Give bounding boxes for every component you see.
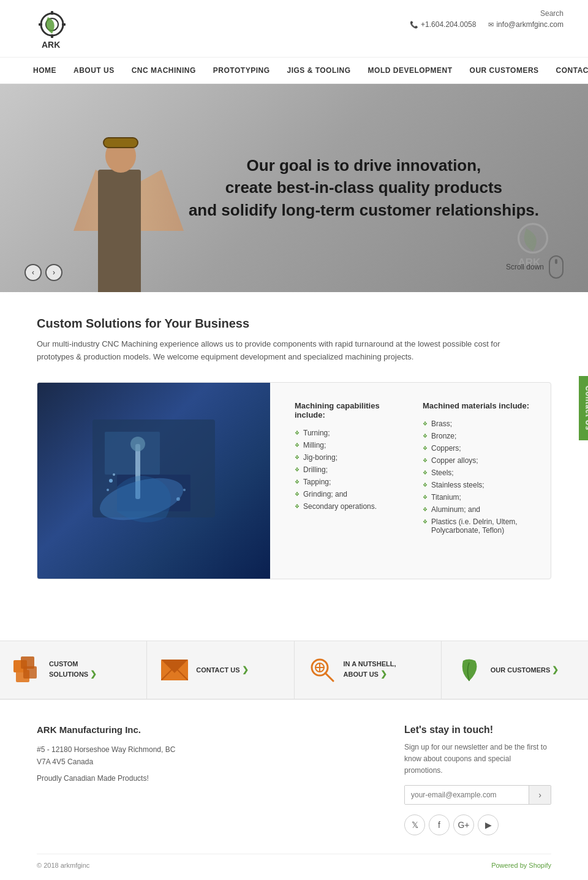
tile-label: IN A NUTSHELL,ABOUT US ❯ bbox=[344, 660, 396, 680]
section-title: Custom Solutions for Your Business bbox=[37, 317, 551, 331]
footer-right: Let's stay in touch! Sign up for our new… bbox=[404, 724, 551, 836]
footer: ARK Manufacturing Inc. #5 - 12180 Horses… bbox=[0, 699, 588, 880]
svg-rect-23 bbox=[23, 666, 37, 679]
machining-capabilities: Machining capabilities include: Turning;… bbox=[295, 401, 410, 560]
tile-label: OUR CUSTOMERS ❯ bbox=[491, 664, 559, 675]
main-nav: HOME ABOUT US CNC MACHINING PROTOTYPING … bbox=[0, 57, 588, 84]
svg-point-18 bbox=[176, 497, 180, 501]
machining-list: Turning; Milling; Jig-boring; Drilling; … bbox=[295, 427, 410, 513]
nav-about[interactable]: ABOUT US bbox=[65, 58, 123, 83]
svg-point-17 bbox=[113, 473, 115, 476]
list-item: Milling; bbox=[295, 439, 410, 451]
list-item: Turning; bbox=[295, 427, 410, 439]
tile-arrow: ❯ bbox=[380, 669, 387, 679]
youtube-button[interactable]: ▶ bbox=[478, 814, 499, 835]
tile-label: CONTACT US ❯ bbox=[196, 664, 248, 675]
materials-list: Brass; Bronze; Coppers; Copper alloys; S… bbox=[423, 418, 538, 536]
svg-rect-4 bbox=[39, 23, 42, 26]
tile-arrow: ❯ bbox=[552, 665, 559, 674]
contact-info-header: Search 📞 +1.604.204.0058 ✉ info@arkmfgin… bbox=[410, 6, 564, 29]
capabilities-section: Machining capabilities include: Turning;… bbox=[37, 382, 551, 579]
nav-jigs[interactable]: JIGS & TOOLING bbox=[278, 58, 359, 83]
email-info[interactable]: ✉ info@arkmfginc.com bbox=[488, 20, 564, 29]
nav-mold[interactable]: MOLD DEVELOPMENT bbox=[360, 58, 461, 83]
list-item: Brass; bbox=[423, 418, 538, 430]
scroll-circle bbox=[549, 255, 564, 279]
facebook-button[interactable]: f bbox=[429, 814, 450, 835]
company-name: ARK Manufacturing Inc. bbox=[37, 724, 380, 735]
list-item: Aluminum; and bbox=[423, 503, 538, 516]
magnify-icon bbox=[307, 655, 337, 685]
tile-label: CUSTOMSOLUTIONS ❯ bbox=[49, 660, 97, 680]
svg-rect-10 bbox=[105, 432, 160, 475]
search-label: Search bbox=[540, 9, 564, 18]
email-icon: ✉ bbox=[488, 21, 494, 29]
list-item: Titanium; bbox=[423, 491, 538, 503]
email-submit-button[interactable]: › bbox=[529, 786, 551, 804]
email-newsletter-input[interactable] bbox=[405, 786, 529, 804]
newsletter-desc: Sign up for our newsletter and be the fi… bbox=[404, 742, 551, 777]
phone-info[interactable]: 📞 +1.604.204.0058 bbox=[410, 20, 476, 29]
nav-customers[interactable]: OUR CUSTOMERS bbox=[461, 58, 548, 83]
svg-rect-3 bbox=[51, 34, 53, 38]
list-item: Jig-boring; bbox=[295, 451, 410, 464]
footer-bottom: © 2018 arkmfginc Powered by Shopify bbox=[37, 854, 551, 869]
nav-contact[interactable]: CONTACT US bbox=[548, 58, 588, 83]
header: ARK Search 📞 +1.604.204.0058 ✉ info@arkm… bbox=[0, 0, 588, 52]
powered-by-link[interactable]: Powered by Shopify bbox=[491, 862, 551, 869]
svg-point-13 bbox=[130, 437, 145, 451]
list-item: Coppers; bbox=[423, 442, 538, 454]
svg-point-19 bbox=[183, 489, 186, 491]
list-item: Secondary operations. bbox=[295, 500, 410, 513]
hero-body bbox=[98, 170, 141, 292]
logo[interactable]: ARK bbox=[24, 6, 80, 52]
phone-icon: 📞 bbox=[410, 21, 418, 29]
hero-prev-button[interactable]: ‹ bbox=[24, 264, 42, 281]
envelope-icon bbox=[159, 655, 190, 685]
bottom-tiles: CUSTOMSOLUTIONS ❯ CONTACT US ❯ bbox=[0, 641, 588, 699]
svg-text:ARK: ARK bbox=[42, 40, 60, 50]
hero-goggle bbox=[103, 137, 138, 148]
nav-cnc[interactable]: CNC MACHINING bbox=[123, 58, 205, 83]
svg-line-30 bbox=[325, 673, 333, 681]
scroll-dot bbox=[555, 259, 557, 264]
tile-arrow: ❯ bbox=[242, 665, 249, 674]
hero-banner: ARK Our goal is to drive innovation, cre… bbox=[0, 84, 588, 292]
tile-contact-us[interactable]: CONTACT US ❯ bbox=[147, 641, 294, 699]
list-item: Plastics (i.e. Delrin, Ultem, Polycarbon… bbox=[423, 516, 538, 536]
list-item: Drilling; bbox=[295, 464, 410, 476]
hero-controls: ‹ › bbox=[24, 264, 62, 281]
address-line2: V7A 4V5 Canada bbox=[37, 756, 380, 768]
contact-side-tab[interactable]: Contact Us bbox=[579, 375, 588, 440]
email-input-wrap: › bbox=[404, 785, 551, 805]
leaf-icon bbox=[454, 655, 484, 685]
list-item: Tapping; bbox=[295, 476, 410, 488]
tile-about-us[interactable]: IN A NUTSHELL,ABOUT US ❯ bbox=[295, 641, 442, 699]
list-item: Stainless steels; bbox=[423, 479, 538, 491]
list-item: Steels; bbox=[423, 467, 538, 479]
nav-prototyping[interactable]: PROTOTYPING bbox=[205, 58, 279, 83]
svg-rect-5 bbox=[62, 23, 66, 26]
svg-rect-2 bbox=[51, 11, 53, 15]
nav-home[interactable]: HOME bbox=[24, 58, 65, 83]
main-content: Custom Solutions for Your Business Our m… bbox=[0, 292, 588, 641]
address-line1: #5 - 12180 Horseshoe Way Richmond, BC bbox=[37, 743, 380, 756]
canadian-made: Proudly Canadian Made Products! bbox=[37, 774, 380, 783]
hero-next-button[interactable]: › bbox=[45, 264, 62, 281]
scroll-down[interactable]: Scroll down bbox=[506, 255, 564, 279]
twitter-button[interactable]: 𝕏 bbox=[404, 814, 425, 835]
cnc-image bbox=[37, 383, 270, 579]
capabilities-info: Machining capabilities include: Turning;… bbox=[282, 383, 551, 579]
svg-point-16 bbox=[107, 489, 109, 491]
materials-capabilities: Machined materials include: Brass; Bronz… bbox=[423, 401, 538, 560]
materials-title: Machined materials include: bbox=[423, 401, 538, 410]
footer-left: ARK Manufacturing Inc. #5 - 12180 Horses… bbox=[37, 724, 380, 836]
svg-point-15 bbox=[109, 479, 113, 483]
tile-our-customers[interactable]: OUR CUSTOMERS ❯ bbox=[442, 641, 588, 699]
list-item: Grinding; and bbox=[295, 488, 410, 500]
google-button[interactable]: G+ bbox=[453, 814, 474, 835]
section-desc: Our multi-industry CNC Machining experie… bbox=[37, 338, 539, 364]
tile-custom-solutions[interactable]: CUSTOMSOLUTIONS ❯ bbox=[0, 641, 147, 699]
hero-child-figure bbox=[74, 102, 184, 292]
social-icons: 𝕏 f G+ ▶ bbox=[404, 814, 551, 835]
